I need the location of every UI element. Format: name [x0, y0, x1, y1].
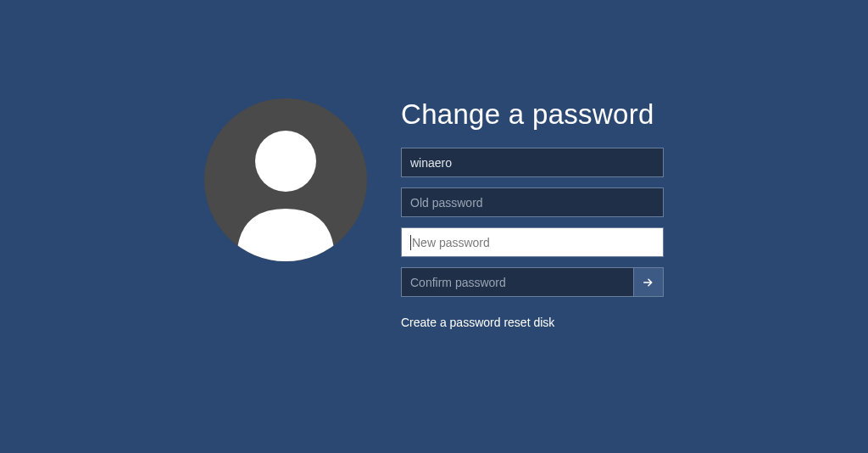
new-password-placeholder: New password: [412, 236, 490, 249]
old-password-placeholder: Old password: [410, 196, 483, 210]
form-section: Change a password winaero Old password N…: [401, 98, 664, 329]
reset-disk-link[interactable]: Create a password reset disk: [401, 316, 664, 329]
username-value: winaero: [410, 156, 452, 170]
confirm-password-placeholder: Confirm password: [410, 276, 506, 289]
confirm-password-field[interactable]: Confirm password: [401, 267, 634, 297]
page-title: Change a password: [401, 98, 664, 131]
person-icon: [204, 98, 367, 261]
new-password-field[interactable]: New password: [401, 227, 664, 257]
change-password-panel: Change a password winaero Old password N…: [204, 98, 664, 329]
text-cursor: [410, 235, 411, 250]
submit-button[interactable]: [634, 267, 664, 297]
svg-point-1: [255, 131, 316, 192]
user-avatar: [204, 98, 367, 261]
username-field[interactable]: winaero: [401, 148, 664, 177]
old-password-field[interactable]: Old password: [401, 187, 664, 217]
confirm-row: Confirm password: [401, 267, 664, 297]
arrow-right-icon: [641, 275, 656, 290]
